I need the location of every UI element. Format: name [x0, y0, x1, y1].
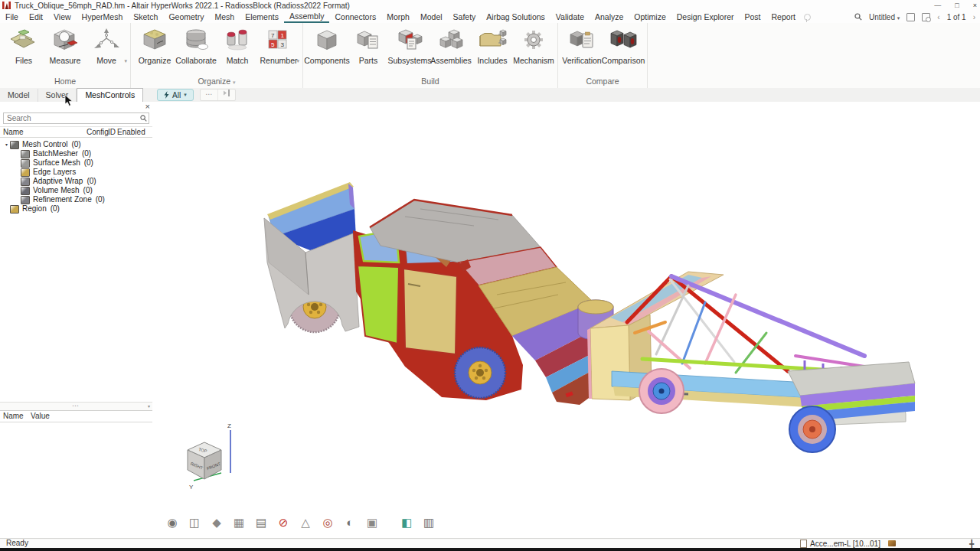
tab-model[interactable]: Model — [0, 89, 38, 102]
snap-points-icon[interactable]: ▦ — [231, 514, 247, 531]
ribbon-button-label: Includes — [477, 56, 507, 65]
clear-mask-icon[interactable]: ⊘ — [276, 514, 291, 531]
ribbon-button-parts[interactable]: Parts — [348, 23, 389, 77]
ribbon-button-includes[interactable]: Includes — [472, 23, 513, 77]
tree-item-label: Surface Mesh — [33, 158, 80, 168]
menu-item-geometry[interactable]: Geometry — [163, 11, 209, 22]
tree-item-batchmesher[interactable]: BatchMesher (0) — [0, 149, 152, 158]
menu-item-post[interactable]: Post — [739, 11, 766, 22]
ribbon-button-renumber[interactable]: 71 53 Renumber▾ — [258, 23, 299, 77]
ribbon-button-verification[interactable]: Verification — [561, 23, 603, 77]
ribbon-button-assemblies[interactable]: Assemblies — [430, 23, 472, 77]
tree-item-region[interactable]: Region (0) — [0, 204, 152, 214]
current-model-icon[interactable] — [888, 540, 896, 546]
mask-icon[interactable]: ▤ — [253, 514, 269, 531]
layout-icon[interactable] — [906, 13, 915, 21]
truck-front-wheel — [455, 347, 505, 398]
ribbon-button-organize[interactable]: Organize — [134, 23, 175, 77]
tab-meshcontrols[interactable]: MeshControls — [77, 88, 143, 103]
menu-item-sketch[interactable]: Sketch — [128, 11, 163, 22]
chevron-down-icon[interactable]: ▾ — [233, 80, 236, 85]
view-cube[interactable]: Z Y TOP RIGHT FRONT — [183, 419, 248, 496]
expander-icon[interactable]: ▾ — [3, 140, 10, 149]
menu-item-edit[interactable]: Edit — [24, 11, 48, 22]
tree-item-volume-mesh[interactable]: Volume Mesh (0) — [0, 186, 152, 195]
section-cut-icon[interactable]: ◧ — [399, 514, 414, 531]
ribbon-button-comparison[interactable]: Comparison — [603, 23, 644, 77]
column-config[interactable]: Config — [87, 127, 109, 137]
menu-item-validate[interactable]: Validate — [550, 11, 590, 22]
menu-item-model[interactable]: Model — [415, 11, 448, 22]
tree-item-surface-mesh[interactable]: Surface Mesh (0) — [0, 158, 152, 168]
menu-item-hypermesh[interactable]: HyperMesh — [77, 11, 129, 22]
menu-item-assembly[interactable]: Assembly — [284, 11, 330, 23]
history-icon[interactable] — [922, 13, 930, 21]
menu-item-design-explorer[interactable]: Design Explorer — [671, 11, 740, 22]
search-icon[interactable] — [854, 13, 862, 21]
chevron-down-icon[interactable]: ▾ — [296, 58, 299, 64]
include-badge[interactable]: Acce...em-L [10...01] — [810, 540, 880, 548]
prop-column-name[interactable]: Name — [3, 411, 24, 422]
screenshot-icon[interactable]: ▥ — [421, 514, 436, 531]
prop-column-value[interactable]: Value — [31, 411, 50, 422]
ribbon-button-collaborate[interactable]: Collaborate — [175, 23, 217, 77]
camera-views-icon[interactable]: ◫ — [187, 514, 202, 531]
column-enabled[interactable]: Enabled — [117, 127, 145, 137]
truck-model[interactable] — [264, 182, 615, 405]
menu-item-view[interactable]: View — [48, 11, 77, 22]
tree-item-refinement-zone[interactable]: Refinement Zone (0) — [0, 195, 152, 204]
menu-item-mesh[interactable]: Mesh — [210, 11, 240, 22]
menu-item-safety[interactable]: Safety — [448, 11, 482, 22]
menu-item-connectors[interactable]: Connectors — [329, 11, 381, 22]
chevron-down-icon[interactable]: ▾ — [148, 403, 150, 409]
ribbon-button-move[interactable]: Move▾ — [86, 23, 127, 77]
tree-item-adaptive-wrap[interactable]: Adaptive Wrap (0) — [0, 177, 152, 186]
search-input[interactable] — [3, 112, 149, 124]
panel-close-icon[interactable]: × — [145, 102, 150, 111]
graphics-viewport[interactable]: Z Y TOP RIGHT FRONT ◉◫◆▦▤⊘△◎◐▣◧▥ — [152, 102, 980, 538]
spotlight-icon[interactable]: ◎ — [320, 514, 335, 531]
ribbon-button-files[interactable]: Files — [3, 23, 44, 77]
menu-item-report[interactable]: Report — [766, 11, 802, 22]
minimize-button[interactable]: — — [934, 0, 941, 11]
sled-model[interactable] — [578, 272, 915, 452]
more-options-button[interactable]: ⋯ — [201, 90, 218, 100]
files-icon — [8, 28, 39, 51]
maximize-button[interactable]: □ — [955, 0, 959, 11]
page-next-button[interactable]: › — [973, 13, 975, 21]
ribbon-button-match[interactable]: Match — [217, 23, 258, 77]
ribbon-button-components[interactable]: Components — [306, 23, 348, 77]
truck-crash-model[interactable] — [152, 102, 980, 538]
session-dropdown[interactable]: Untitled ▾ — [869, 13, 900, 21]
show-hide-icon[interactable]: ◆ — [209, 514, 224, 531]
panel-splitter[interactable]: ⋯ ▾ — [0, 402, 152, 411]
adaptive-wrap-icon — [21, 178, 30, 186]
pan-mode-icon[interactable]: ╋ — [969, 540, 974, 548]
page-prev-button[interactable]: ‹ — [937, 13, 939, 21]
rotate-view-icon[interactable]: ◐ — [342, 514, 358, 531]
tree-column-header[interactable]: Name Config ID Enabled — [0, 126, 152, 138]
ribbon-button-measure[interactable]: Measure — [44, 23, 86, 77]
view-orientation-icon[interactable]: ◉ — [165, 514, 180, 531]
collapse-panel-button[interactable] — [218, 90, 235, 100]
menu-item-airbag-solutions[interactable]: Airbag Solutions — [481, 11, 550, 22]
menu-item-analyze[interactable]: Analyze — [590, 11, 629, 22]
tree-item-mesh-control[interactable]: ▾ Mesh Control (0) — [0, 140, 152, 149]
lock-icon[interactable]: ▣ — [364, 514, 380, 531]
tree-item-label: Region — [22, 204, 47, 214]
ribbon-button-subsystems[interactable]: Subsystems — [389, 23, 430, 77]
entity-filter-button[interactable]: All ▾ — [157, 89, 194, 101]
menu-item-optimize[interactable]: Optimize — [629, 11, 671, 22]
pin-icon[interactable] — [804, 14, 811, 21]
tree-item-edge-layers[interactable]: Edge Layers — [0, 168, 152, 177]
menu-item-morph[interactable]: Morph — [381, 11, 415, 22]
close-button[interactable]: × — [973, 0, 977, 11]
menu-item-elements[interactable]: Elements — [240, 11, 284, 22]
ribbon-button-mechanism[interactable]: Mechanism — [513, 23, 554, 77]
splitter-handle-icon[interactable]: ⋯ — [72, 402, 80, 409]
triad-icon[interactable]: △ — [298, 514, 313, 531]
chevron-down-icon[interactable]: ▾ — [124, 58, 127, 64]
column-name[interactable]: Name — [3, 127, 24, 137]
column-id[interactable]: ID — [108, 127, 116, 137]
menu-item-file[interactable]: File — [0, 11, 24, 22]
